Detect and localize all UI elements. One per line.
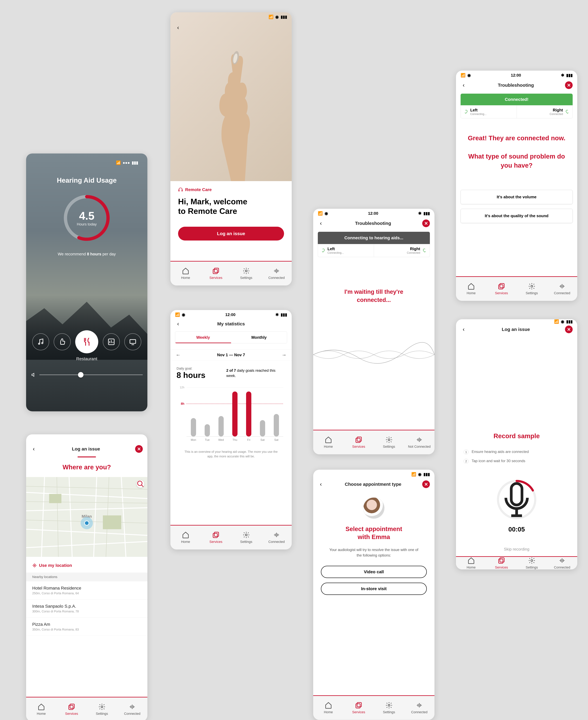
- tab-connected[interactable]: Connected: [547, 277, 578, 301]
- tab-settings[interactable]: Settings: [87, 697, 117, 720]
- signal-icon: 📶: [461, 73, 465, 78]
- tab-connected[interactable]: Connected: [261, 261, 292, 285]
- tab-services[interactable]: Services: [57, 697, 87, 720]
- tab-settings[interactable]: Settings: [231, 261, 261, 285]
- svg-rect-32: [246, 391, 251, 437]
- close-button[interactable]: ✕: [422, 219, 430, 227]
- battery-icon: ▮▮▮: [566, 319, 573, 324]
- svg-text:Mon: Mon: [191, 438, 196, 441]
- back-button[interactable]: ‹: [318, 220, 324, 226]
- screen-record: 📶◉▮▮▮ ‹ Log an issue ✕ Record sample 1En…: [456, 319, 577, 569]
- option-video-call[interactable]: Video call: [321, 566, 427, 578]
- tab-home[interactable]: Home: [456, 277, 486, 301]
- status-time: 12:00: [328, 211, 418, 216]
- mode-chart[interactable]: [103, 333, 120, 350]
- signal-icon: 📶: [318, 211, 323, 216]
- svg-rect-28: [218, 416, 224, 437]
- log-issue-button[interactable]: Log an issue: [178, 227, 284, 240]
- tab-home[interactable]: Home: [26, 697, 57, 720]
- option-in-store[interactable]: In-store visit: [321, 583, 427, 595]
- chart-description: This is an overview of your hearing aid …: [170, 448, 292, 463]
- page-title: Troubleshooting: [327, 221, 419, 226]
- location-item[interactable]: Hotel Romana Residence250m, Corso di Por…: [26, 581, 147, 599]
- tab-home[interactable]: Home: [170, 526, 201, 549]
- tab-services[interactable]: Services: [201, 261, 231, 285]
- back-button[interactable]: ‹: [318, 481, 324, 487]
- back-button[interactable]: ‹: [31, 446, 37, 452]
- tab-home[interactable]: Home: [313, 430, 343, 454]
- prev-week-button[interactable]: ←: [175, 352, 181, 358]
- mode-music[interactable]: [32, 333, 49, 350]
- appointment-description: Your audiologist will try to resolve the…: [327, 547, 421, 558]
- close-button[interactable]: ✕: [565, 325, 573, 333]
- segment-monthly[interactable]: Monthly: [231, 332, 287, 343]
- next-week-button[interactable]: →: [281, 352, 287, 358]
- location-item[interactable]: Pizza Am350m, Corso di Porta Romana, 83: [26, 618, 147, 636]
- tab-settings[interactable]: Settings: [374, 696, 404, 720]
- bluetooth-icon: ✱: [275, 312, 279, 317]
- svg-point-55: [85, 521, 89, 525]
- tab-services[interactable]: Services: [343, 430, 374, 454]
- svg-rect-30: [232, 391, 237, 437]
- option-volume[interactable]: It's about the volume: [461, 190, 573, 204]
- status-message: I'm waiting till they'reconnected...: [322, 288, 425, 304]
- close-button[interactable]: ✕: [422, 481, 430, 488]
- tab-settings[interactable]: Settings: [231, 526, 261, 549]
- segment-weekly[interactable]: Weekly: [175, 332, 231, 343]
- svg-text:Thu: Thu: [232, 438, 237, 441]
- back-button[interactable]: ‹: [461, 326, 467, 333]
- map[interactable]: Milan: [26, 477, 147, 557]
- volume-slider[interactable]: [31, 372, 143, 378]
- tab-settings[interactable]: Settings: [517, 557, 547, 569]
- tab-services[interactable]: Services: [201, 526, 231, 549]
- map-search-button[interactable]: [136, 480, 144, 488]
- hearing-aid-icon: [422, 248, 427, 253]
- svg-text:12h: 12h: [180, 386, 184, 389]
- svg-rect-47: [499, 559, 503, 563]
- tab-settings[interactable]: Settings: [517, 277, 547, 301]
- back-button[interactable]: ‹: [175, 321, 181, 327]
- status-bar: 📶◉ 12:00 ✱▮▮▮: [170, 310, 292, 319]
- tab-connected[interactable]: Connected: [261, 526, 292, 549]
- location-item[interactable]: Intesa Sanpaolo S.p.A.300m, Corso di Por…: [26, 599, 147, 618]
- svg-rect-16: [499, 285, 503, 289]
- battery-icon: ▮▮▮: [423, 472, 430, 477]
- tab-services[interactable]: Services: [486, 277, 517, 301]
- svg-text:Sat: Sat: [260, 438, 265, 441]
- screen-usage: 📶 ●●● ▮▮▮ Hearing Aid Usage 4.5 Hours to…: [26, 153, 147, 411]
- tab-connected[interactable]: Connected: [547, 557, 578, 569]
- tab-home[interactable]: Home: [170, 261, 201, 285]
- tab-not-connected[interactable]: Not Connected: [404, 430, 435, 454]
- mode-restaurant[interactable]: [75, 330, 98, 353]
- svg-point-58: [34, 565, 35, 566]
- tab-connected[interactable]: Connected: [404, 696, 435, 720]
- screen-where-are-you: ‹ Log an issue ✕ Where are you? Milan: [26, 435, 147, 720]
- tab-settings[interactable]: Settings: [374, 430, 404, 454]
- close-button[interactable]: ✕: [565, 81, 573, 89]
- skip-recording-button[interactable]: Skip recording: [456, 542, 577, 556]
- back-button[interactable]: ‹: [461, 82, 467, 88]
- page-title: Choose appointment type: [327, 482, 419, 487]
- svg-rect-24: [191, 418, 196, 437]
- tab-home[interactable]: Home: [313, 696, 343, 720]
- record-button[interactable]: [495, 478, 538, 521]
- svg-rect-11: [214, 268, 218, 272]
- mode-carousel[interactable]: [31, 330, 143, 353]
- close-button[interactable]: ✕: [135, 445, 143, 453]
- back-button[interactable]: ‹: [175, 25, 181, 31]
- tab-services[interactable]: Services: [343, 696, 374, 720]
- mode-tv[interactable]: [124, 333, 141, 350]
- use-my-location-button[interactable]: Use my location: [26, 557, 147, 572]
- bottom-nav: Home Services Settings Not Connected: [313, 430, 435, 454]
- bottom-nav: Home Services Settings Connected: [456, 556, 577, 569]
- svg-point-61: [101, 706, 103, 708]
- mode-thumbs[interactable]: [54, 333, 71, 350]
- slider-thumb[interactable]: [78, 372, 84, 378]
- tab-connected[interactable]: Connected: [117, 697, 148, 720]
- tab-services[interactable]: Services: [486, 557, 517, 569]
- svg-rect-36: [274, 414, 279, 437]
- hero-image: 📶◉▮▮▮ ‹: [170, 12, 292, 181]
- option-quality[interactable]: It's about the quality of the sound: [461, 209, 573, 223]
- bottom-nav: Home Services Settings Connected: [456, 276, 577, 301]
- tab-home[interactable]: Home: [456, 557, 486, 569]
